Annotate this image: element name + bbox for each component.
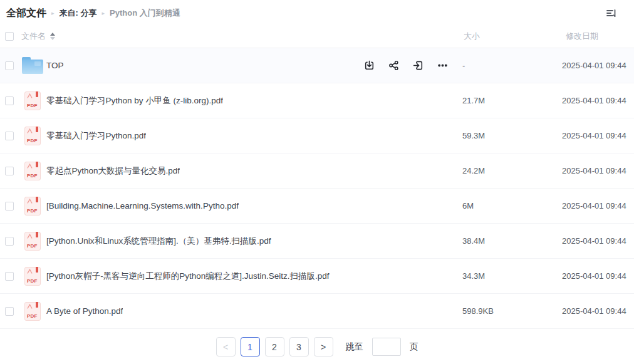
share-icon[interactable]: [388, 60, 400, 71]
table-row[interactable]: PDF 零起点Python大数据与量化交易.pdf 24.2M 2025-04-…: [0, 153, 634, 189]
file-name-link[interactable]: TOP: [46, 61, 64, 70]
page-button-3[interactable]: 3: [289, 337, 309, 356]
sort-asc-icon: [50, 33, 55, 36]
row-checkbox[interactable]: [5, 96, 14, 105]
pdf-file-icon: PDF: [19, 162, 46, 180]
column-header-filename[interactable]: 文件名: [21, 31, 46, 42]
file-date: 2025-04-01 09:44: [562, 201, 634, 211]
table-header: 文件名 大小 修改日期: [0, 25, 634, 48]
pdf-file-icon: PDF: [19, 232, 46, 251]
sort-list-icon[interactable]: [605, 7, 618, 19]
pdf-file-icon: PDF: [19, 267, 46, 286]
file-date: 2025-04-01 09:44: [562, 271, 634, 281]
page-header: 全部文件 ▸ 来自: 分享 ▸ Python 入门到精通: [0, 0, 634, 25]
file-name-link[interactable]: 零基础入门学习Python by 小甲鱼 (z-lib.org).pdf: [46, 95, 223, 107]
more-icon[interactable]: [437, 60, 449, 71]
table-row-folder-top[interactable]: TOP: [0, 48, 634, 83]
breadcrumb-current-folder: Python 入门到精通: [110, 8, 180, 19]
pagination: < 1 2 3 > 跳至 页: [0, 337, 634, 356]
page-button-2[interactable]: 2: [265, 337, 284, 356]
prev-page-button[interactable]: <: [216, 337, 236, 356]
column-header-date: 修改日期: [566, 31, 598, 42]
page-button-1[interactable]: 1: [241, 337, 260, 356]
file-name-link[interactable]: 零基础入门学习Python.pdf: [46, 130, 146, 142]
breadcrumb-from-share[interactable]: 来自: 分享: [60, 8, 97, 19]
pdf-file-icon: PDF: [19, 91, 46, 110]
jump-page-input[interactable]: [372, 338, 401, 356]
jump-to-label: 跳至: [346, 341, 363, 353]
row-checkbox[interactable]: [5, 132, 14, 140]
file-name-link[interactable]: [Building.Machine.Learning.Systems.with.…: [46, 201, 239, 211]
table-row[interactable]: PDF [Python.Unix和Linux系统管理指南].（美）基弗特.扫描版…: [0, 224, 634, 259]
file-size: 598.9KB: [462, 306, 562, 316]
file-size: 6M: [462, 201, 562, 211]
folder-icon: [19, 57, 46, 74]
breadcrumb-separator-icon: ▸: [101, 10, 105, 16]
row-checkbox[interactable]: [5, 202, 14, 211]
file-size: 38.4M: [462, 236, 562, 246]
pdf-file-icon: PDF: [19, 197, 46, 216]
file-size: 24.2M: [462, 166, 562, 175]
pdf-file-icon: PDF: [19, 302, 46, 321]
file-name-link[interactable]: 零起点Python大数据与量化交易.pdf: [46, 165, 180, 177]
file-date: 2025-04-01 09:44: [562, 131, 634, 140]
file-date: 2025-04-01 09:44: [562, 96, 634, 105]
breadcrumb-root[interactable]: 全部文件: [6, 7, 46, 20]
file-size: 21.7M: [462, 96, 562, 105]
row-checkbox[interactable]: [5, 61, 14, 70]
row-checkbox[interactable]: [5, 167, 14, 175]
sort-desc-icon: [50, 37, 55, 40]
file-name-link[interactable]: A Byte of Python.pdf: [46, 306, 123, 316]
table-row[interactable]: PDF A Byte of Python.pdf 598.9KB 2025-04…: [0, 294, 634, 329]
download-icon[interactable]: [363, 60, 375, 71]
next-page-button[interactable]: >: [314, 337, 333, 356]
row-checkbox[interactable]: [5, 307, 14, 316]
file-date: 2025-04-01 09:44: [562, 166, 634, 175]
select-all-checkbox[interactable]: [5, 32, 14, 41]
file-date: 2025-04-01 09:44: [562, 236, 634, 246]
file-size: 34.3M: [462, 271, 562, 281]
file-size: -: [462, 61, 562, 70]
row-hover-actions: [363, 60, 462, 71]
table-row[interactable]: PDF 零基础入门学习Python by 小甲鱼 (z-lib.org).pdf…: [0, 83, 634, 118]
breadcrumb-separator-icon: ▸: [51, 10, 55, 16]
page-unit-label: 页: [410, 341, 418, 353]
file-date: 2025-04-01 09:44: [562, 61, 634, 70]
file-name-link[interactable]: [Python灰帽子-黑客与逆向工程师的Python编程之道].Justin.S…: [46, 271, 330, 282]
save-to-icon[interactable]: [412, 60, 424, 71]
column-header-size: 大小: [464, 31, 480, 42]
table-row[interactable]: PDF 零基础入门学习Python.pdf 59.3M 2025-04-01 0…: [0, 118, 634, 153]
file-name-link[interactable]: [Python.Unix和Linux系统管理指南].（美）基弗特.扫描版.pdf: [46, 236, 271, 247]
file-size: 59.3M: [462, 131, 562, 140]
row-checkbox[interactable]: [5, 237, 14, 246]
pdf-file-icon: PDF: [19, 127, 46, 145]
table-row[interactable]: PDF [Building.Machine.Learning.Systems.w…: [0, 189, 634, 224]
file-date: 2025-04-01 09:44: [562, 306, 634, 316]
row-checkbox[interactable]: [5, 272, 14, 281]
table-row[interactable]: PDF [Python灰帽子-黑客与逆向工程师的Python编程之道].Just…: [0, 259, 634, 294]
sort-arrows-icon[interactable]: [50, 33, 55, 40]
